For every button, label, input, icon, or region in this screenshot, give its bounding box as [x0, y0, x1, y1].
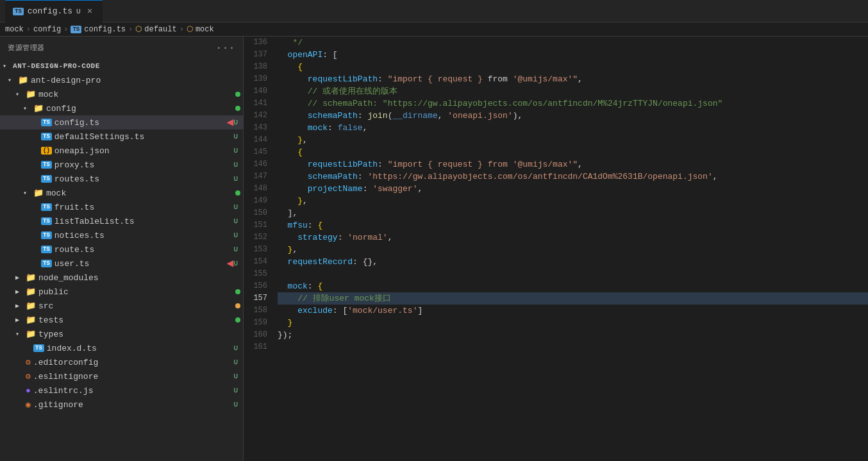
sidebar-item-notices[interactable]: TS notices.ts U	[0, 228, 243, 242]
item-label: public	[38, 287, 235, 297]
breadcrumb-default-icon: ⬡	[135, 24, 142, 34]
breadcrumb-mock-icon: ⬡	[187, 24, 193, 34]
editor-scroll[interactable]: 136 137 138 139 140 141 142 143 144 145 …	[244, 37, 868, 461]
sidebar-item-config-ts[interactable]: TS config.ts ◀ U	[0, 115, 243, 130]
editor: 136 137 138 139 140 141 142 143 144 145 …	[244, 37, 868, 461]
item-label: config.ts	[54, 118, 224, 128]
modified-badge: U	[233, 401, 238, 408]
item-label: listTableList.ts	[54, 217, 234, 226]
modified-badge: U	[233, 260, 238, 267]
folder-arrow: ▾	[15, 90, 26, 98]
breadcrumb-mock2[interactable]: mock	[196, 25, 214, 34]
item-label: src	[38, 301, 235, 311]
breadcrumb-default[interactable]: default	[144, 25, 176, 34]
folder-arrow: ▾	[23, 105, 33, 112]
breadcrumb: mock › config › TS config.ts › ⬡ default…	[0, 22, 868, 37]
ts-file-icon: TS	[41, 119, 52, 126]
breadcrumb-filename[interactable]: config.ts	[84, 25, 126, 34]
folder-icon: 📁	[18, 75, 28, 85]
folder-arrow: ▶	[15, 302, 26, 310]
item-label: tests	[38, 315, 235, 325]
line-num: 139	[244, 73, 267, 85]
modified-badge: U	[233, 358, 238, 366]
breadcrumb-config[interactable]: config	[33, 25, 61, 34]
arrow-annotation: ◀	[227, 117, 234, 128]
line-num: 159	[244, 317, 267, 329]
modified-badge: U	[233, 387, 238, 394]
code-line-138: {	[278, 61, 868, 73]
status-badge	[235, 190, 240, 196]
line-num: 136	[244, 37, 267, 49]
tab-close-button[interactable]: ×	[85, 5, 95, 18]
status-badge	[235, 106, 240, 111]
sidebar-item-oneapi[interactable]: {} oneapi.json U	[0, 144, 243, 158]
sidebar-item-eslintrc[interactable]: ● .eslintrc.js U	[0, 383, 243, 398]
sidebar-item-eslintignore[interactable]: ⚙ .eslintignore U	[0, 369, 243, 383]
modified-badge: U	[233, 203, 238, 211]
item-label: routes.ts	[54, 174, 234, 184]
folder-icon: 📁	[26, 287, 36, 297]
item-label: .eslintignore	[33, 372, 234, 381]
item-label: .eslintrc.js	[33, 386, 234, 396]
sidebar-item-user[interactable]: TS user.ts ◀ U	[0, 256, 243, 271]
sidebar-item-mock-sub[interactable]: ▾ 📁 mock	[0, 186, 243, 200]
sidebar-item-config[interactable]: ▾ 📁 config	[0, 101, 243, 115]
sidebar-item-route[interactable]: TS route.ts U	[0, 242, 243, 256]
code-line-146: requestLibPath: "import { request } from…	[278, 158, 868, 171]
status-badge	[235, 92, 240, 97]
modified-badge: U	[233, 246, 238, 253]
sidebar-item-tests[interactable]: ▶ 📁 tests	[0, 313, 243, 327]
tab-modified-badge: U	[76, 8, 81, 15]
sidebar-item-editorconfig[interactable]: ⚙ .editorconfig U	[0, 355, 243, 369]
sidebar-options-button[interactable]: ···	[216, 42, 235, 54]
item-label: oneapi.json	[54, 146, 234, 156]
root-arrow: ▾	[3, 62, 13, 70]
line-num: 154	[244, 256, 267, 268]
git-icon: ◉	[26, 399, 31, 410]
code-line-158: exclude: ['mock/user.ts']	[278, 305, 868, 317]
item-label: .editorconfig	[33, 358, 234, 367]
sidebar: 资源管理器 ··· ▾ ANT-DESIGN-PRO-CODE ▾ 📁 ant-…	[0, 37, 244, 461]
ts-file-icon: TS	[41, 246, 52, 253]
modified-badge: U	[233, 373, 238, 380]
status-badge	[235, 317, 240, 323]
sidebar-title: 资源管理器	[8, 43, 45, 53]
ts-file-icon: TS	[41, 175, 52, 183]
line-num-active: 157	[244, 292, 267, 305]
folder-icon: 📁	[33, 188, 44, 198]
sidebar-item-src[interactable]: ▶ 📁 src	[0, 299, 243, 313]
main-layout: 资源管理器 ··· ▾ ANT-DESIGN-PRO-CODE ▾ 📁 ant-…	[0, 37, 868, 461]
sidebar-item-indexdts[interactable]: TS index.d.ts U	[0, 341, 243, 355]
sidebar-item-gitignore[interactable]: ◉ .gitignore U	[0, 398, 243, 412]
folder-icon: 📁	[26, 329, 36, 339]
line-num: 149	[244, 195, 267, 207]
item-label: proxy.ts	[54, 160, 234, 170]
sidebar-item-fruit[interactable]: TS fruit.ts U	[0, 200, 243, 214]
line-num: 152	[244, 231, 267, 244]
sidebar-item-defaultsettings[interactable]: TS defaultSettings.ts U	[0, 130, 243, 144]
sidebar-item-routes[interactable]: TS routes.ts U	[0, 172, 243, 186]
breadcrumb-mock[interactable]: mock	[5, 25, 24, 34]
code-content[interactable]: */ openAPI: [ { requestLibPath: "import …	[272, 37, 868, 461]
line-num: 147	[244, 171, 267, 183]
item-label: node_modules	[38, 273, 243, 283]
sidebar-item-mock[interactable]: ▾ 📁 mock	[0, 87, 243, 101]
modified-badge: U	[233, 217, 238, 225]
line-num: 151	[244, 219, 267, 231]
code-line-136: */	[278, 37, 868, 49]
ts-file-icon: TS	[41, 161, 52, 169]
sidebar-item-listtablelist[interactable]: TS listTableList.ts U	[0, 214, 243, 228]
sidebar-item-types[interactable]: ▾ 📁 types	[0, 327, 243, 341]
code-line-155	[278, 268, 868, 280]
sidebar-item-public[interactable]: ▶ 📁 public	[0, 285, 243, 299]
line-num: 138	[244, 61, 267, 73]
sidebar-item-node-modules[interactable]: ▶ 📁 node_modules	[0, 271, 243, 285]
line-num: 145	[244, 146, 267, 158]
editor-tab[interactable]: TS config.ts U ×	[5, 0, 103, 22]
tree-root[interactable]: ▾ ANT-DESIGN-PRO-CODE	[0, 59, 243, 73]
sidebar-item-ant-design-pro[interactable]: ▾ 📁 ant-design-pro	[0, 73, 243, 87]
sidebar-item-proxy[interactable]: TS proxy.ts U	[0, 158, 243, 172]
ts-icon: TS	[13, 8, 24, 15]
code-line-141: // schemaPath: "https://gw.alipayobjects…	[278, 97, 868, 110]
item-label: defaultSettings.ts	[54, 132, 234, 142]
